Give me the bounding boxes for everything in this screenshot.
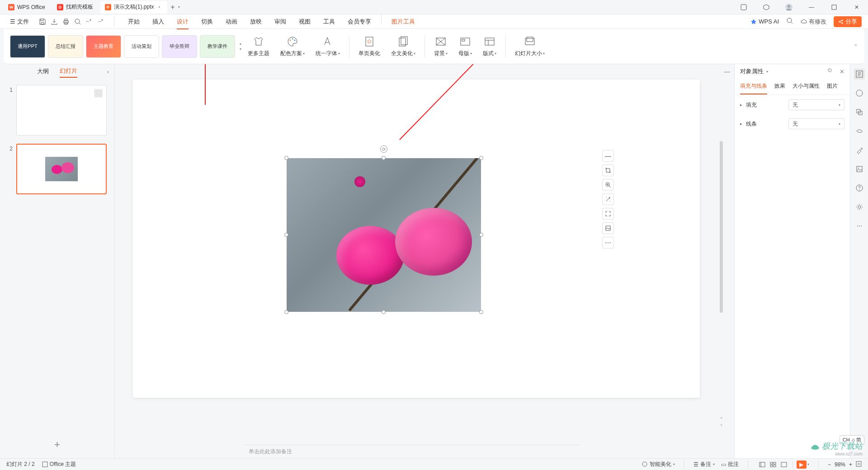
tab-view[interactable]: 视图	[299, 15, 311, 28]
template-graduation[interactable]: 毕业答辩	[162, 35, 197, 58]
template-theme-edu[interactable]: 主题教育	[86, 35, 121, 58]
background-button[interactable]: 背景▾	[429, 35, 452, 57]
app-tab-template[interactable]: D 找稻壳模板	[52, 1, 100, 14]
zoom-in-button[interactable]: +	[849, 461, 852, 468]
notes-toggle[interactable]: ☰ 备注▾	[693, 461, 715, 468]
resize-handle-t[interactable]	[382, 156, 386, 160]
line-select[interactable]: 无▾	[788, 118, 844, 129]
tab-add-button[interactable]: +	[167, 2, 178, 13]
float-magic-icon[interactable]	[602, 193, 614, 205]
notes-placeholder[interactable]: 单击此处添加备注	[244, 445, 580, 458]
scrollbar-thumb[interactable]	[720, 141, 723, 313]
float-crop-icon[interactable]	[602, 164, 614, 176]
rail-properties-icon[interactable]	[854, 69, 865, 80]
prop-tab-size[interactable]: 大小与属性	[793, 79, 820, 94]
print-icon[interactable]	[62, 18, 70, 25]
tab-picture-tools[interactable]: 图片工具	[392, 15, 415, 28]
tab-design[interactable]: 设计	[177, 15, 189, 28]
resize-handle-br[interactable]	[479, 310, 483, 314]
tab-list-dropdown[interactable]: ▾	[178, 5, 180, 9]
minimize-button[interactable]: —	[804, 1, 819, 14]
export-icon[interactable]	[51, 18, 58, 25]
template-gallery-scroll[interactable]: ▾▾	[240, 42, 241, 51]
template-summary[interactable]: 总结汇报	[48, 35, 83, 58]
wps-ai-button[interactable]: WPS AI	[750, 18, 779, 25]
template-teaching[interactable]: 教学课件	[200, 35, 235, 58]
expand-icon[interactable]: ▸	[740, 122, 742, 126]
rotate-handle[interactable]: ⟳	[380, 146, 387, 153]
layout-button[interactable]: 版式▾	[478, 35, 501, 57]
smart-beautify-button[interactable]: 智能美化▾	[642, 461, 675, 468]
zoom-level[interactable]: 98%	[835, 461, 845, 468]
scroll-down-icon[interactable]: ˅	[718, 424, 724, 429]
collapse-panel-icon[interactable]: ‹	[107, 68, 109, 75]
outline-tab[interactable]: 大纲	[37, 66, 49, 77]
rail-tools-icon[interactable]	[854, 145, 865, 155]
float-fullscreen-icon[interactable]	[602, 208, 614, 220]
template-activity[interactable]: 活动策划	[124, 35, 159, 58]
prop-tab-picture[interactable]: 图片	[827, 79, 838, 94]
search-icon[interactable]	[786, 17, 793, 26]
prop-title-dropdown[interactable]: ▾	[766, 70, 768, 74]
tab-insert[interactable]: 插入	[152, 15, 164, 28]
fill-select[interactable]: 无▾	[788, 99, 844, 110]
redo-icon[interactable]: ▾	[98, 18, 105, 25]
sorter-view-icon[interactable]	[768, 461, 778, 469]
avatar-icon[interactable]	[781, 1, 797, 14]
app-tab-document[interactable]: P 演示文稿(1).pptx •	[100, 1, 167, 14]
tab-member[interactable]: 会员专享	[348, 15, 371, 28]
maximize-button[interactable]	[826, 1, 842, 14]
collapse-ribbon-button[interactable]: ⌃	[854, 43, 858, 50]
tab-transition[interactable]: 切换	[201, 15, 213, 28]
canvas-scrollbar[interactable]: ˄ ˅	[718, 136, 724, 430]
more-themes-button[interactable]: 更多主题	[243, 35, 274, 57]
prop-tab-effect[interactable]: 效果	[774, 79, 785, 94]
slide-size-button[interactable]: 幻灯片大小▾	[510, 35, 549, 57]
tab-review[interactable]: 审阅	[274, 15, 286, 28]
play-button[interactable]: ▶	[797, 461, 807, 469]
file-menu[interactable]: ☰ 文件	[6, 18, 33, 26]
resize-handle-tr[interactable]	[479, 156, 483, 160]
cube-icon[interactable]	[759, 1, 774, 14]
fit-to-window-icon[interactable]	[856, 461, 862, 468]
play-dropdown[interactable]: ▾	[807, 462, 809, 466]
zoom-out-button[interactable]: −	[828, 461, 831, 468]
resize-handle-l[interactable]	[284, 233, 288, 237]
undo-icon[interactable]: ▾	[86, 18, 93, 25]
rail-style-icon[interactable]	[854, 88, 865, 99]
resize-handle-b[interactable]	[382, 310, 386, 314]
rail-settings-icon[interactable]	[854, 202, 865, 212]
collapse-prop-panel-button[interactable]: —	[722, 64, 731, 79]
window-layout-icon[interactable]	[736, 1, 751, 14]
save-icon[interactable]	[39, 18, 46, 25]
close-button[interactable]: ✕	[849, 1, 864, 14]
normal-view-icon[interactable]	[757, 461, 767, 469]
template-general[interactable]: 通用PPT	[10, 35, 45, 58]
slide-canvas[interactable]: ⟳	[133, 80, 700, 398]
scroll-up-icon[interactable]: ˄	[718, 417, 724, 422]
full-doc-beautify[interactable]: 全文美化▾	[387, 35, 420, 57]
print-preview-icon[interactable]	[74, 18, 81, 25]
rail-help-icon[interactable]	[854, 183, 865, 193]
theme-indicator[interactable]: Office 主题	[42, 461, 76, 468]
rail-animation-icon[interactable]	[854, 126, 865, 136]
share-button[interactable]: 分享	[834, 16, 862, 27]
tab-start[interactable]: 开始	[128, 15, 140, 28]
selected-image[interactable]: ⟳	[287, 158, 481, 312]
single-page-beautify[interactable]: 单页美化	[354, 35, 385, 57]
tab-tools[interactable]: 工具	[323, 15, 335, 28]
comments-toggle[interactable]: ▭ 批注	[721, 461, 739, 468]
resize-handle-tl[interactable]	[284, 156, 288, 160]
slide-thumb-2[interactable]	[16, 144, 107, 194]
color-scheme-button[interactable]: 配色方案▾	[276, 35, 309, 57]
float-replace-icon[interactable]	[602, 222, 614, 234]
rail-resource-icon[interactable]	[854, 164, 865, 174]
unify-font-button[interactable]: 统一字体▾	[311, 35, 344, 57]
tab-animation[interactable]: 动画	[226, 15, 237, 28]
app-tab-wps[interactable]: W WPS Office	[4, 1, 52, 14]
float-collapse-icon[interactable]: —	[602, 150, 614, 162]
slides-tab[interactable]: 幻灯片	[60, 65, 77, 78]
resize-handle-bl[interactable]	[284, 310, 288, 314]
tab-slideshow[interactable]: 放映	[250, 15, 262, 28]
reading-view-icon[interactable]	[779, 461, 789, 469]
